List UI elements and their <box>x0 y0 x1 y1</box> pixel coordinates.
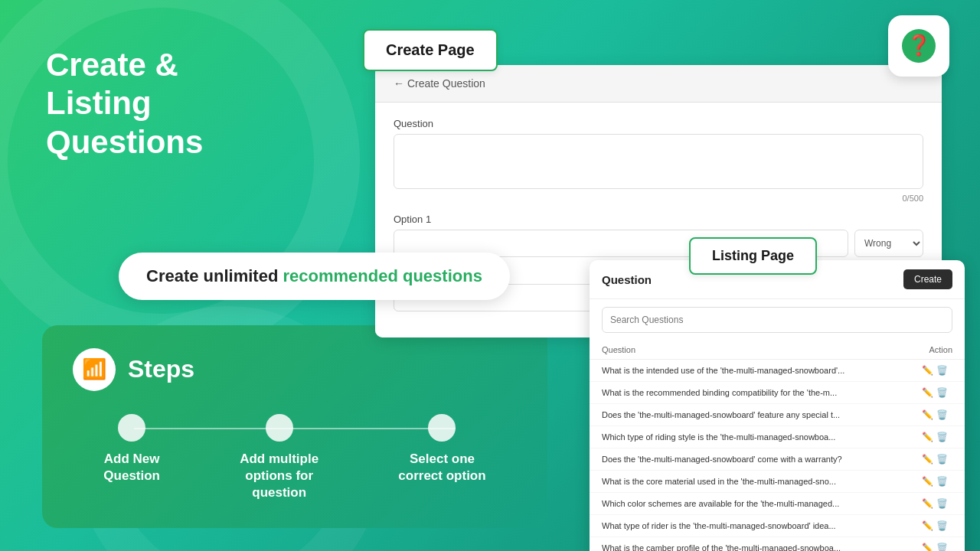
step-1-circle <box>118 414 145 442</box>
step-2: Add multipleoptions for question <box>222 414 337 501</box>
step-3-circle <box>428 414 456 442</box>
steps-header: 📶 Steps <box>73 348 517 391</box>
banner-normal-text: Create unlimited <box>146 266 283 285</box>
steps-section: 📶 Steps Add NewQuestion Add multipleopti… <box>42 325 547 528</box>
edit-icon[interactable]: ✏️ <box>922 365 933 376</box>
listing-panel: Question Create Question Action What is … <box>590 260 965 551</box>
table-row: What is the core material used in the 't… <box>590 471 965 493</box>
steps-icon: 📶 <box>73 348 116 391</box>
question-field-group: Question 0/500 <box>394 118 923 203</box>
create-page-button[interactable]: Create Page <box>363 29 498 71</box>
app-icon: ❓ <box>888 15 949 77</box>
table-row: Does the 'the-multi-managed-snowboard' c… <box>590 448 965 471</box>
page-main-title: Create & Listing Questions <box>46 46 203 161</box>
step-1: Add NewQuestion <box>103 414 160 484</box>
delete-icon[interactable]: 🗑️ <box>936 432 948 442</box>
delete-icon[interactable]: 🗑️ <box>936 454 948 465</box>
table-row: What is the recommended binding compatib… <box>590 382 965 404</box>
table-row: Which type of riding style is the 'the-m… <box>590 426 965 448</box>
unlimited-banner: Create unlimited recommended questions <box>119 253 510 300</box>
option1-label: Option 1 <box>394 214 923 225</box>
step-2-label: Add multipleoptions for question <box>222 451 337 501</box>
svg-text:❓: ❓ <box>906 33 932 57</box>
col-question-header: Question <box>602 345 635 354</box>
listing-create-button[interactable]: Create <box>903 269 952 289</box>
option1-group: Option 1 Wrong <box>394 214 923 257</box>
steps-title: Steps <box>128 355 194 383</box>
back-link[interactable]: ← Create Question <box>394 77 485 90</box>
table-row: What type of rider is the 'the-multi-man… <box>590 515 965 537</box>
step-1-label: Add NewQuestion <box>103 451 160 484</box>
delete-icon[interactable]: 🗑️ <box>936 387 948 398</box>
question-label: Question <box>394 118 923 129</box>
table-row: What is the camber profile of the 'the-m… <box>590 537 965 551</box>
listing-panel-title: Question <box>602 273 652 286</box>
delete-icon[interactable]: 🗑️ <box>936 409 948 420</box>
col-action-header: Action <box>929 345 952 354</box>
edit-icon[interactable]: ✏️ <box>922 543 933 551</box>
listing-table-header: Question Action <box>590 341 965 360</box>
delete-icon[interactable]: 🗑️ <box>936 365 948 376</box>
table-row: Does the 'the-multi-managed-snowboard' f… <box>590 404 965 426</box>
step-2-circle <box>266 414 293 442</box>
step-3-label: Select onecorrect option <box>398 451 485 484</box>
table-row: What is the intended use of the 'the-mul… <box>590 360 965 382</box>
banner-highlight-text: recommended questions <box>283 266 482 285</box>
delete-icon[interactable]: 🗑️ <box>936 476 948 487</box>
edit-icon[interactable]: ✏️ <box>922 432 933 442</box>
edit-icon[interactable]: ✏️ <box>922 409 933 420</box>
table-row: Which color schemes are available for th… <box>590 493 965 515</box>
delete-icon[interactable]: 🗑️ <box>936 543 948 551</box>
option1-status-select[interactable]: Wrong <box>854 230 923 257</box>
edit-icon[interactable]: ✏️ <box>922 476 933 487</box>
edit-icon[interactable]: ✏️ <box>922 520 933 531</box>
edit-icon[interactable]: ✏️ <box>922 387 933 398</box>
edit-icon[interactable]: ✏️ <box>922 498 933 509</box>
char-count: 0/500 <box>394 194 923 203</box>
question-textarea[interactable] <box>394 134 923 189</box>
steps-flow: Add NewQuestion Add multipleoptions for … <box>73 414 517 501</box>
delete-icon[interactable]: 🗑️ <box>936 498 948 509</box>
listing-search-input[interactable] <box>602 307 952 333</box>
listing-page-button[interactable]: Listing Page <box>689 237 817 275</box>
delete-icon[interactable]: 🗑️ <box>936 520 948 531</box>
step-3: Select onecorrect option <box>398 414 485 484</box>
edit-icon[interactable]: ✏️ <box>922 454 933 465</box>
